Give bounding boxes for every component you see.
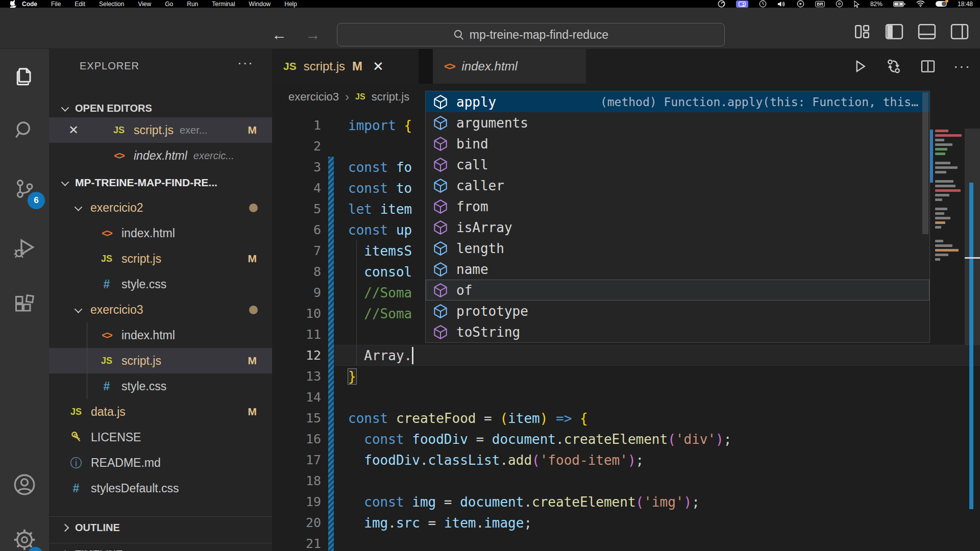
suggestion-of[interactable]: of <box>426 280 929 300</box>
pointer-icon[interactable] <box>854 1 860 8</box>
code-line-18[interactable]: 18 <box>272 470 980 491</box>
suggestion-label: caller <box>456 178 504 193</box>
toggle-sidebar-icon[interactable] <box>885 23 903 40</box>
workspace-header[interactable]: MP-TREINE-MAP-FIND-RE... <box>49 170 272 195</box>
nav-forward-icon[interactable]: → <box>305 27 321 42</box>
nav-back-icon[interactable]: ← <box>272 27 287 42</box>
wifi-icon[interactable] <box>916 1 925 7</box>
tree-file-index.html[interactable]: <>index.html <box>49 220 272 246</box>
tree-file-script.js[interactable]: JSscript.jsM <box>49 246 272 271</box>
record-icon[interactable] <box>797 0 804 8</box>
open-editors-header[interactable]: OPEN EDITORS <box>49 98 272 118</box>
menu-item-terminal[interactable]: Terminal <box>212 1 235 8</box>
close-tab-icon[interactable]: ✕ <box>373 59 384 74</box>
tree-file-LICENSE[interactable]: LICENSE <box>49 424 272 450</box>
open-editor-script.js[interactable]: ✕JSscript.jsexer...M <box>49 117 272 143</box>
menu-item-selection[interactable]: Selection <box>99 1 124 8</box>
run-debug-icon[interactable] <box>0 232 49 264</box>
method-icon <box>433 157 448 172</box>
breadcrumb[interactable]: exercicio3 › JS script.js <box>288 84 409 110</box>
menu-item-edit[interactable]: Edit <box>75 1 85 8</box>
suggestion-isArray[interactable]: isArray <box>426 217 929 238</box>
camera-swirl-icon[interactable] <box>718 0 725 8</box>
indent-guide <box>356 324 357 345</box>
sidebar-more-icon[interactable]: ··· <box>237 55 254 71</box>
suggestion-length[interactable]: length <box>426 238 929 259</box>
chevron-down-icon <box>75 305 83 313</box>
suggestion-apply[interactable]: apply(method) Function.apply(this: Funct… <box>426 91 929 112</box>
suggestion-name[interactable]: name <box>426 259 929 280</box>
menu-item-window[interactable]: Window <box>249 1 271 8</box>
minimap-modified-bar <box>930 130 933 183</box>
suggestion-caller[interactable]: caller <box>426 175 929 196</box>
suggestion-from[interactable]: from <box>426 196 929 217</box>
suggestion-prototype[interactable]: prototype <box>426 300 929 321</box>
scrollbar[interactable] <box>965 49 980 551</box>
code-line-21[interactable]: 21 <box>272 533 980 551</box>
code-line-19[interactable]: 19 const img = document.createElement('i… <box>272 491 980 512</box>
close-icon[interactable]: ✕ <box>68 123 79 137</box>
volume-icon[interactable] <box>777 1 786 8</box>
open-changes-icon[interactable] <box>885 58 902 75</box>
code-line-12[interactable]: 12 Array. <box>272 345 980 366</box>
minimap-line <box>935 221 945 224</box>
timeline-header[interactable]: TIMELINE <box>49 544 272 551</box>
menu-item-view[interactable]: View <box>138 1 151 8</box>
modified-dot-badge <box>249 204 258 212</box>
tree-file-index.html[interactable]: <>index.html <box>49 322 272 348</box>
method-icon <box>433 136 448 152</box>
code-line-20[interactable]: 20 img.src = item.image; <box>272 512 980 533</box>
tree-folder-exercicio3[interactable]: exercicio3 <box>49 297 272 322</box>
tree-folder-exercicio2[interactable]: exercicio2 <box>49 195 272 220</box>
focus-toggle-icon[interactable] <box>936 1 947 7</box>
minimap[interactable] <box>930 49 965 551</box>
js-file-icon: JS <box>283 60 297 72</box>
input-source-badge[interactable]: BR <box>815 1 825 7</box>
key-file-icon <box>67 431 85 443</box>
tree-file-style.css[interactable]: #style.css <box>49 271 272 297</box>
open-editor-index.html[interactable]: <>index.htmlexercic... <box>49 143 272 168</box>
code-line-15[interactable]: 15const createFood = (item) => { <box>272 408 980 429</box>
suggestion-call[interactable]: call <box>426 154 929 175</box>
menu-item-go[interactable]: Go <box>165 1 173 8</box>
settings-gear-icon[interactable]: 1 <box>0 523 49 551</box>
suggestion-arguments[interactable]: arguments <box>426 112 929 133</box>
tree-file-style.css[interactable]: #style.css <box>49 373 272 399</box>
suggest-scrollbar[interactable] <box>922 92 928 234</box>
clock-icon[interactable] <box>759 0 767 8</box>
battery-icon <box>893 1 905 7</box>
tab-script-js[interactable]: JS script.js M ✕ <box>272 49 419 84</box>
extensions-icon[interactable] <box>0 289 49 321</box>
suggestion-bind[interactable]: bind <box>426 133 929 154</box>
toggle-panel-icon[interactable] <box>918 23 936 40</box>
search-sidebar-icon[interactable] <box>0 114 49 146</box>
customize-layout-icon[interactable] <box>853 23 871 40</box>
file-label: script.js <box>134 123 174 137</box>
time-machine-icon[interactable] <box>836 0 843 8</box>
code-line-14[interactable]: 14 <box>272 387 980 408</box>
tree-file-data.js[interactable]: JSdata.jsM <box>49 399 272 424</box>
tree-file-README.md[interactable]: ⓘREADME.md <box>49 450 272 475</box>
property-icon <box>433 115 448 131</box>
menu-item-file[interactable]: File <box>51 1 61 8</box>
source-control-icon[interactable]: 6 <box>0 172 49 205</box>
toggle-secondary-sidebar-icon[interactable] <box>950 23 969 40</box>
accounts-icon[interactable] <box>0 468 49 501</box>
menu-item-code[interactable]: Code <box>22 1 37 8</box>
outline-header[interactable]: OUTLINE <box>49 517 272 538</box>
screen-share-icon[interactable] <box>736 1 748 8</box>
tab-index-html[interactable]: <> index.html <box>433 49 586 84</box>
explorer-icon[interactable] <box>0 60 49 93</box>
suggestion-toString[interactable]: toString <box>426 321 929 342</box>
code-line-16[interactable]: 16 const foodDiv = document.createElemen… <box>272 429 980 449</box>
menu-item-run[interactable]: Run <box>187 1 198 8</box>
code-line-13[interactable]: 13} <box>272 366 980 387</box>
apple-menu-icon[interactable] <box>10 0 17 8</box>
code-line-17[interactable]: 17 foodDiv.classList.add('food-item'); <box>272 449 980 470</box>
run-file-icon[interactable] <box>852 59 868 74</box>
tree-file-stylesDefault.css[interactable]: #stylesDefault.css <box>49 475 272 501</box>
menu-item-help[interactable]: Help <box>284 1 297 8</box>
tree-file-script.js[interactable]: JSscript.jsM <box>49 348 272 373</box>
search-value: mp-treine-map-find-reduce <box>470 28 608 42</box>
command-center-search[interactable]: mp-treine-map-find-reduce <box>337 23 725 46</box>
